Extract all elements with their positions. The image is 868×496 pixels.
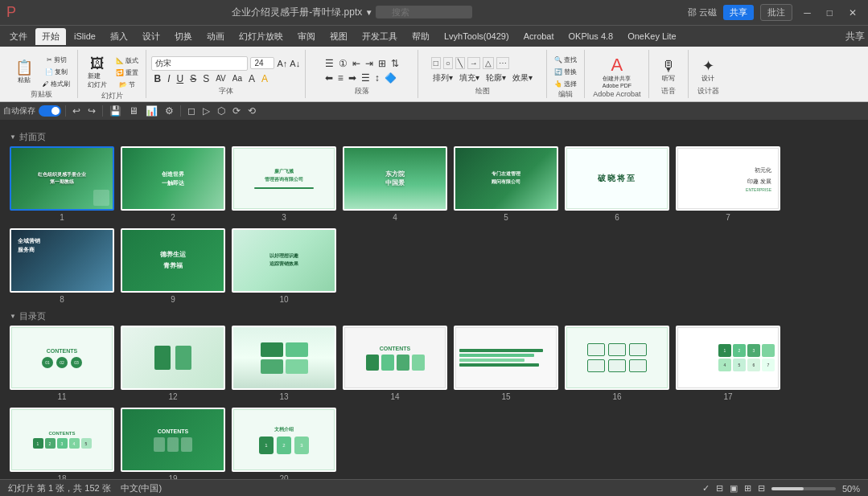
- chart-button[interactable]: 📊: [143, 105, 160, 117]
- column-button[interactable]: ⊞: [376, 57, 388, 70]
- slide-item-12[interactable]: 12: [121, 326, 225, 401]
- shapes-btn-5[interactable]: ⟲: [245, 105, 258, 117]
- copy-button[interactable]: 📄 复制: [40, 67, 72, 77]
- strikethrough-button[interactable]: S: [187, 72, 199, 85]
- autosave-toggle[interactable]: [39, 105, 61, 117]
- section-muluye[interactable]: 目录页: [10, 310, 858, 322]
- slide-item-15[interactable]: 15: [454, 326, 558, 401]
- slide-item-17[interactable]: 1 2 3 4 5 6 7 17: [676, 326, 780, 401]
- slide-item-20[interactable]: 文档介绍 1 2 3 20: [232, 408, 336, 479]
- view-reading-btn[interactable]: ⊞: [744, 483, 751, 494]
- slide-thumb-3[interactable]: 廉广飞溅管理咨询有限公司: [232, 146, 336, 211]
- slide-thumb-9[interactable]: 德养生运青养福: [121, 228, 225, 293]
- maximize-btn[interactable]: □: [822, 7, 837, 18]
- slide-item-4[interactable]: 东方院中国景 4: [343, 146, 447, 222]
- format-brush-button[interactable]: 🖌 格式刷: [40, 79, 72, 89]
- fontcase-button[interactable]: Aa: [230, 73, 245, 84]
- reset-button[interactable]: 🔁 重置: [113, 68, 141, 78]
- menu-help[interactable]: 帮助: [405, 28, 436, 45]
- slide-thumb-15[interactable]: [454, 326, 558, 390]
- find-button[interactable]: 🔍 查找: [552, 55, 579, 65]
- layout-button[interactable]: 📐 版式: [113, 55, 141, 66]
- slide-thumb-14[interactable]: CONTENTS: [343, 326, 447, 390]
- menu-onekey[interactable]: OneKey Lite: [621, 29, 683, 43]
- shadow-button[interactable]: S: [200, 72, 212, 85]
- settings-button-qa[interactable]: ⚙: [162, 105, 176, 117]
- font-size-down[interactable]: A↓: [290, 59, 300, 68]
- new-slide-button[interactable]: 🖼 新建幻灯片: [83, 55, 112, 91]
- slide-item-1[interactable]: 红色组织灵感手册企业第一期教练 1: [10, 146, 114, 222]
- shapes-btn-1[interactable]: ◻: [185, 105, 198, 117]
- menu-devtools[interactable]: 开发工具: [356, 28, 404, 45]
- slide-thumb-7[interactable]: 初元化印趣 发展 ENTERPRISE: [676, 146, 780, 211]
- shapes-btn-2[interactable]: ▷: [200, 105, 212, 117]
- slide-thumb-16[interactable]: [565, 326, 669, 390]
- comment-button[interactable]: 批注: [760, 4, 792, 21]
- slide-thumb-20[interactable]: 文档介绍 1 2 3: [232, 408, 336, 472]
- arrange-button[interactable]: 排列▾: [430, 72, 455, 84]
- slide-item-10[interactable]: 以好理想识趣追踪营销效果 10: [232, 228, 336, 304]
- slide-panel[interactable]: 封面页 红色组织灵感手册企业第一期教练 1 创造世界一触即达: [0, 120, 868, 479]
- share-ribbon-btn[interactable]: 共享: [845, 30, 865, 43]
- slide-thumb-18[interactable]: CONTENTS 1 2 3 4 5: [10, 408, 114, 472]
- slide-thumb-4[interactable]: 东方院中国景: [343, 146, 447, 211]
- slide-thumb-17[interactable]: 1 2 3 4 5 6 7: [676, 326, 780, 390]
- slide-thumb-11[interactable]: CONTENTS 01 02 03: [10, 326, 114, 390]
- line-spacing-button[interactable]: ↕: [373, 72, 381, 84]
- line-shape[interactable]: ╲: [455, 57, 465, 69]
- cut-button[interactable]: ✂ 剪切: [40, 55, 72, 65]
- accessibility-btn[interactable]: ✓: [702, 483, 710, 494]
- slide-item-18[interactable]: CONTENTS 1 2 3 4 5 18: [10, 408, 114, 479]
- menu-lvyhtools[interactable]: LvyhTools(0429): [438, 29, 516, 43]
- section-button[interactable]: 📂 节: [113, 80, 141, 90]
- menu-animation[interactable]: 动画: [200, 28, 231, 45]
- create-pdf-button[interactable]: A 创建并共享Adobe PDF: [599, 55, 635, 90]
- slide-thumb-12[interactable]: [121, 326, 225, 390]
- slide-thumb-10[interactable]: 以好理想识趣追踪营销效果: [232, 228, 336, 293]
- shape-outline-button[interactable]: 轮廓▾: [483, 72, 508, 84]
- select-button[interactable]: 👆 选择: [552, 79, 579, 89]
- slide-sorter-btn[interactable]: ⊟: [758, 483, 765, 494]
- menu-design[interactable]: 设计: [136, 28, 167, 45]
- view-normal-btn[interactable]: ⊟: [716, 483, 723, 494]
- slide-item-3[interactable]: 廉广飞溅管理咨询有限公司 3: [232, 146, 336, 222]
- dropdown-icon[interactable]: ▼: [365, 8, 373, 17]
- shape-more[interactable]: ⋯: [496, 57, 509, 69]
- menu-home[interactable]: 开始: [35, 28, 66, 45]
- section-fengmianye[interactable]: 封面页: [10, 131, 858, 143]
- italic-button[interactable]: I: [165, 72, 172, 85]
- slide-thumb-19[interactable]: CONTENTS: [121, 408, 225, 472]
- indent-increase-button[interactable]: ⇥: [364, 57, 375, 70]
- justify-button[interactable]: ☰: [360, 72, 372, 84]
- menu-islide[interactable]: iSlide: [68, 29, 102, 43]
- menu-file[interactable]: 文件: [3, 28, 34, 45]
- align-left-button[interactable]: ⬅: [323, 72, 335, 84]
- slide-thumb-2[interactable]: 创造世界一触即达: [121, 146, 225, 211]
- slide-thumb-8[interactable]: 全域营销服务商: [10, 228, 114, 293]
- slide-item-13[interactable]: 13: [232, 326, 336, 401]
- slide-thumb-13[interactable]: [232, 326, 336, 390]
- menu-okplus[interactable]: OKPlus 4.8: [562, 29, 620, 43]
- slide-item-16[interactable]: 16: [565, 326, 669, 401]
- paste-button[interactable]: 📋 粘贴: [10, 59, 39, 86]
- slide-item-19[interactable]: CONTENTS 19: [121, 408, 225, 479]
- menu-review[interactable]: 审阅: [291, 28, 322, 45]
- slide-item-14[interactable]: CONTENTS 14: [343, 326, 447, 401]
- slide-thumb-1[interactable]: 红色组织灵感手册企业第一期教练: [10, 146, 114, 211]
- save-button-qa[interactable]: 💾: [107, 105, 124, 117]
- menu-insert[interactable]: 插入: [104, 28, 134, 45]
- circle-shape[interactable]: ○: [443, 57, 453, 69]
- arrow-shape[interactable]: →: [467, 57, 480, 69]
- indent-decrease-button[interactable]: ⇤: [351, 57, 362, 70]
- font-name-dropdown[interactable]: 仿宋: [151, 56, 248, 71]
- undo-button[interactable]: ↩: [70, 105, 83, 117]
- list-bullets-button[interactable]: ☰: [323, 57, 335, 70]
- menu-acrobat[interactable]: Acrobat: [517, 29, 561, 43]
- slide-thumb-5[interactable]: 专门左道管理顾问有限公司: [454, 146, 558, 211]
- font-size-input[interactable]: 24: [250, 57, 274, 69]
- fontcolor-button[interactable]: A: [246, 72, 257, 85]
- search-input[interactable]: [376, 6, 472, 18]
- list-numbers-button[interactable]: ①: [337, 57, 349, 70]
- rect-shape[interactable]: □: [431, 57, 441, 69]
- shape-fill-button[interactable]: 填充▾: [457, 72, 482, 84]
